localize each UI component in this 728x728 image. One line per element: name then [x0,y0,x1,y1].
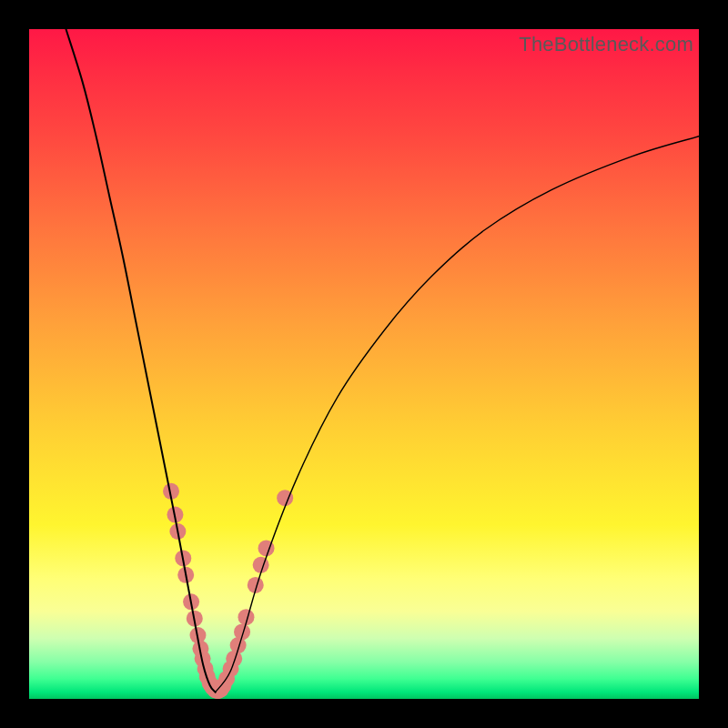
highlight-point [195,651,211,667]
highlight-point [258,540,275,556]
highlight-point [234,623,250,640]
highlight-point [163,483,179,500]
watermark-text: TheBottleneck.com [519,33,693,56]
highlight-point [167,507,183,523]
highlight-point [197,661,214,677]
highlight-point [238,609,254,625]
chart-canvas: TheBottleneck.com [0,0,728,728]
highlight-point [230,637,247,653]
highlight-point [175,550,191,566]
highlight-point [189,627,206,643]
right-branch-curve [216,136,699,693]
highlight-point [187,611,203,627]
left-branch-curve [66,29,215,693]
highlight-point [177,567,194,583]
chart-svg [29,29,699,699]
highlight-point [202,675,218,692]
highlight-point [169,523,186,540]
highlight-point [210,682,227,699]
marker-layer [163,483,293,699]
highlight-point [215,677,231,693]
highlight-point [213,682,229,698]
highlight-point [192,641,208,657]
highlight-point [183,593,199,610]
highlight-point [277,490,293,506]
highlight-point [223,661,239,677]
highlight-point [218,671,235,687]
highlight-point [205,679,221,695]
plot-area: TheBottleneck.com [29,29,699,699]
highlight-point [248,577,264,593]
highlight-point [207,682,224,698]
highlight-point [253,557,269,573]
highlight-point [199,669,216,685]
highlight-point [226,651,242,667]
